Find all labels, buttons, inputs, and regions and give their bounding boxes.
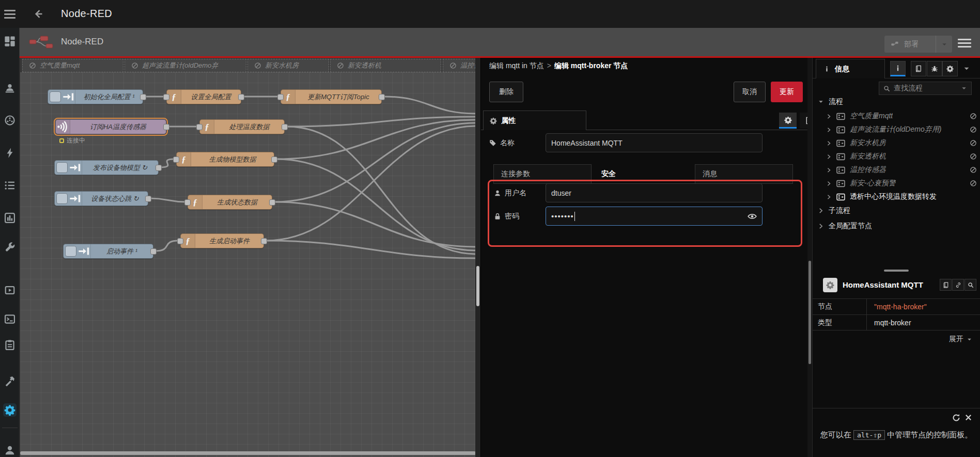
chart-box-icon[interactable] — [4, 212, 15, 224]
canvas-horizontal-scrollbar[interactable] — [20, 451, 475, 455]
inject-node-inject4[interactable]: 启动事件 ¹ — [63, 244, 153, 259]
tray-vertical-scrollbar[interactable] — [807, 58, 812, 457]
node-link-button[interactable] — [952, 279, 964, 291]
tree-item-flow[interactable]: 透析中心环境温度数据转发 — [826, 190, 977, 203]
tree-item-flow[interactable]: 新安-心衰预警 — [826, 177, 977, 190]
sidebar-menu-icon[interactable] — [4, 10, 15, 18]
chevron-right-icon[interactable] — [826, 140, 832, 146]
input-port[interactable] — [163, 94, 169, 100]
inject-trigger-button[interactable] — [56, 162, 68, 173]
hammer-icon[interactable] — [4, 375, 15, 387]
tree-item-flow[interactable]: 超声波流量计(oldDemo弃用) — [826, 123, 977, 136]
reel-icon[interactable] — [4, 115, 15, 126]
gear-icon[interactable] — [3, 403, 17, 417]
node-help-button[interactable] — [940, 279, 952, 291]
output-port[interactable] — [269, 199, 275, 206]
flow-tab-3[interactable]: 新安水机房 — [247, 59, 329, 72]
inject-trigger-button[interactable] — [50, 91, 61, 102]
function-node-fn2[interactable]: ƒ更新MQTT订阅Topic — [281, 89, 382, 104]
output-port[interactable] — [271, 156, 277, 163]
tree-root-subflows[interactable]: 子流程 — [818, 206, 850, 215]
wrench-icon[interactable] — [4, 241, 15, 253]
sidebar-help-button[interactable] — [911, 61, 926, 76]
flow-tab-5[interactable]: 温控传感器 — [443, 59, 475, 72]
account-icon[interactable] — [4, 445, 15, 456]
show-password-icon[interactable] — [748, 212, 757, 221]
subtab-2[interactable]: 安全 — [594, 164, 692, 184]
tree-item-flow[interactable]: 空气质量mqtt — [826, 109, 977, 123]
function-node-fn5[interactable]: ƒ生成状态数据 — [188, 195, 272, 210]
deploy-button[interactable]: 部署 — [884, 36, 952, 53]
function-node-fn6[interactable]: ƒ生成启动事件 — [180, 233, 264, 248]
refresh-icon[interactable] — [952, 414, 960, 422]
flow-canvas[interactable]: 空气质量mqtt超声波流量计(oldDemo弃新安水机房新安透析机温控传感器 初… — [20, 58, 475, 457]
subtab-3[interactable]: 消息 — [695, 164, 793, 184]
clipboard-icon[interactable] — [4, 339, 15, 351]
inject-node-inject2[interactable]: 发布设备物模型 ↻ — [54, 160, 159, 175]
tree-item-flow[interactable]: 温控传感器 — [826, 163, 977, 177]
chevron-right-icon[interactable] — [826, 181, 832, 186]
close-icon[interactable] — [965, 414, 972, 421]
mqtt-node-mqtt1[interactable]: 订阅HA温度传感器 — [55, 119, 166, 134]
chevron-right-icon[interactable] — [826, 154, 832, 160]
chevron-right-icon[interactable] — [826, 167, 832, 173]
name-input[interactable]: HomeAssistant MQTT — [546, 133, 763, 152]
function-node-fn1[interactable]: ƒ设置全局配置 — [166, 89, 241, 104]
terminal-icon[interactable] — [4, 313, 15, 325]
username-input[interactable]: dtuser — [546, 183, 763, 202]
input-port[interactable] — [177, 238, 183, 244]
flow-tab-1[interactable]: 空气质量mqtt — [22, 59, 123, 72]
expand-toggle[interactable]: 展开 — [813, 335, 972, 344]
tab-properties[interactable]: 属性 — [483, 111, 586, 130]
output-port[interactable] — [163, 124, 169, 130]
subtab-1[interactable]: 连接参数 — [493, 164, 592, 184]
tree-root-flows[interactable]: 流程 — [818, 97, 843, 106]
flow-tab-4[interactable]: 新安透析机 — [330, 59, 441, 72]
chevron-right-icon[interactable] — [826, 194, 832, 200]
chevron-right-icon[interactable] — [826, 114, 832, 119]
output-port[interactable] — [150, 248, 157, 255]
function-node-fn3[interactable]: ƒ处理温度数据 — [199, 119, 285, 134]
flow-tab-2[interactable]: 超声波流量计(oldDemo弃 — [125, 59, 246, 72]
tree-item-flow[interactable]: 新安水机房 — [826, 136, 977, 150]
output-port[interactable] — [140, 94, 146, 100]
output-port[interactable] — [261, 238, 267, 244]
output-port[interactable] — [379, 94, 385, 100]
tree-item-flow[interactable]: 新安透析机 — [826, 150, 977, 163]
chevron-right-icon[interactable] — [826, 127, 832, 133]
input-port[interactable] — [277, 94, 284, 100]
search-flows-input[interactable]: 查找流程 — [879, 82, 972, 95]
function-node-fn4[interactable]: ƒ生成物模型数据 — [176, 152, 274, 167]
list-icon[interactable] — [4, 180, 15, 191]
flow-workspace[interactable]: 初始化全局配置 ¹ƒ设置全局配置ƒ更新MQTT订阅Topic订阅HA温度传感器连… — [20, 72, 475, 457]
deploy-options-button[interactable] — [936, 36, 952, 53]
inject-node-inject1[interactable]: 初始化全局配置 ¹ — [48, 89, 143, 104]
delete-button[interactable]: 删除 — [489, 82, 523, 102]
password-input[interactable]: ••••••• — [546, 207, 763, 226]
output-port[interactable] — [145, 196, 151, 202]
breadcrumb-parent[interactable]: 编辑 mqtt in 节点 — [489, 61, 544, 70]
tree-root-global-config[interactable]: 全局配置节点 — [818, 222, 872, 231]
inject-trigger-button[interactable] — [65, 246, 76, 257]
canvas-vertical-scrollbar[interactable] — [475, 58, 480, 457]
person-badge-icon[interactable] — [4, 82, 15, 93]
node-search-button[interactable] — [965, 279, 976, 291]
update-button[interactable]: 更新 — [771, 82, 803, 102]
main-menu-icon[interactable] — [958, 39, 971, 49]
sidebar-splitter[interactable] — [813, 268, 980, 273]
output-port[interactable] — [282, 124, 288, 130]
back-arrow-icon[interactable] — [33, 9, 43, 19]
tab-info[interactable]: 信息 — [816, 59, 885, 78]
play-box-icon[interactable] — [4, 285, 15, 296]
sidebar-config-button[interactable] — [942, 61, 958, 76]
sidebar-debug-button[interactable] — [927, 61, 942, 76]
sidebar-more-tabs-icon[interactable] — [963, 65, 970, 72]
output-port[interactable] — [238, 94, 244, 100]
cancel-button[interactable]: 取消 — [734, 82, 766, 102]
output-port[interactable] — [155, 165, 162, 171]
bolt-icon[interactable] — [4, 147, 15, 159]
input-port[interactable] — [173, 156, 179, 163]
sidebar-info-button[interactable] — [890, 61, 906, 76]
inject-trigger-button[interactable] — [56, 193, 68, 204]
dashboard-icon[interactable] — [4, 36, 15, 47]
